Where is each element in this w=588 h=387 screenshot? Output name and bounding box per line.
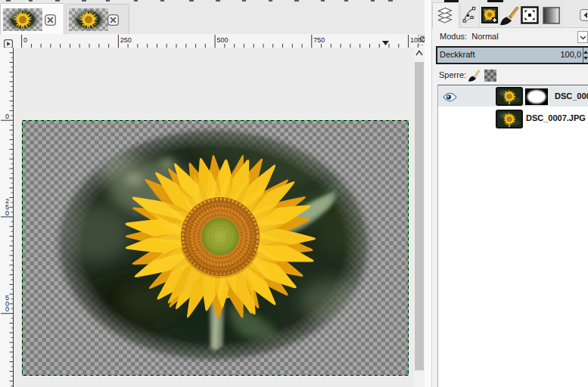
svg-text:0: 0 (5, 209, 9, 217)
svg-text:0: 0 (5, 113, 9, 120)
svg-text:500: 500 (217, 36, 229, 44)
svg-text:750: 750 (313, 36, 325, 44)
svg-text:250: 250 (120, 36, 132, 44)
svg-text:0: 0 (23, 36, 27, 44)
svg-text:0: 0 (5, 305, 9, 313)
